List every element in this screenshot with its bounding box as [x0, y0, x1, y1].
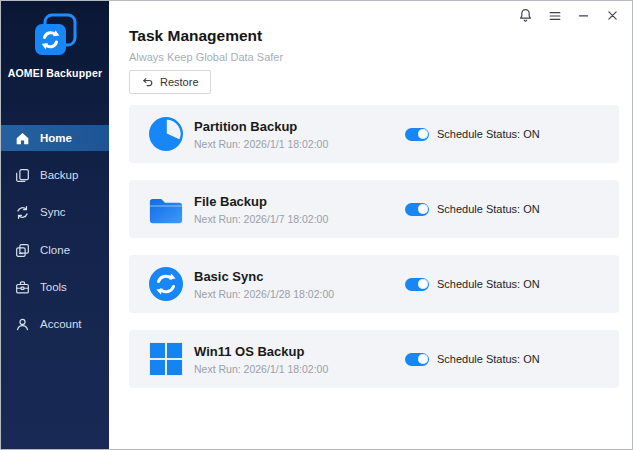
schedule-toggle[interactable] [405, 278, 429, 291]
schedule-toggle[interactable] [405, 128, 429, 141]
sidebar-item-label: Tools [40, 281, 67, 293]
windows-grid-icon [147, 340, 185, 378]
task-schedule: Schedule Status: ON [405, 128, 540, 141]
titlebar-controls [517, 7, 621, 24]
task-next-run: Next Run: 2026/1/1 18:02:00 [194, 363, 328, 375]
sidebar-item-backup[interactable]: Backup [1, 162, 109, 188]
page-title: Task Management [129, 27, 262, 45]
sync-icon [15, 205, 30, 220]
close-icon[interactable] [604, 7, 621, 24]
main-content: Task Management Always Keep Global Data … [109, 1, 632, 449]
schedule-status-label: Schedule Status: ON [437, 353, 540, 365]
schedule-status-label: Schedule Status: ON [437, 203, 540, 215]
task-text: Basic Sync Next Run: 2026/1/28 18:02:00 [194, 269, 334, 300]
aomei-sync-logo-icon [31, 13, 79, 63]
backup-icon [15, 168, 30, 183]
bell-icon[interactable] [517, 7, 534, 24]
brand: AOMEI Backupper [1, 13, 109, 79]
restore-arrow-icon [141, 76, 154, 89]
task-name: Partition Backup [194, 119, 328, 134]
task-next-run: Next Run: 2026/1/7 18:02:00 [194, 213, 328, 225]
sidebar-item-account[interactable]: Account [1, 311, 109, 337]
tools-icon [15, 280, 30, 295]
sidebar-item-label: Account [40, 318, 82, 330]
restore-button-label: Restore [160, 76, 199, 88]
toggle-knob [418, 279, 428, 289]
task-row-win11-os-backup[interactable]: Win11 OS Backup Next Run: 2026/1/1 18:02… [129, 330, 619, 388]
task-name: Basic Sync [194, 269, 334, 284]
sidebar-item-label: Sync [40, 206, 66, 218]
sidebar-item-label: Clone [40, 244, 70, 256]
task-row-partition-backup[interactable]: Partition Backup Next Run: 2026/1/1 18:0… [129, 105, 619, 163]
minimize-icon[interactable] [575, 7, 592, 24]
sidebar-item-clone[interactable]: Clone [1, 237, 109, 263]
page-subtitle: Always Keep Global Data Safer [129, 51, 283, 63]
partition-pie-icon [147, 115, 185, 153]
sidebar-item-home[interactable]: Home [1, 125, 109, 151]
clone-icon [15, 243, 30, 258]
task-schedule: Schedule Status: ON [405, 353, 540, 366]
sync-circle-icon [147, 265, 185, 303]
task-name: File Backup [194, 194, 328, 209]
schedule-status-label: Schedule Status: ON [437, 128, 540, 140]
sidebar-item-label: Backup [40, 169, 78, 181]
toggle-knob [418, 204, 428, 214]
folder-icon [147, 190, 185, 228]
account-icon [15, 317, 30, 332]
menu-icon[interactable] [546, 7, 563, 24]
app-window: AOMEI Backupper Home Backup [0, 0, 633, 450]
task-text: Win11 OS Backup Next Run: 2026/1/1 18:02… [194, 344, 328, 375]
sidebar-item-sync[interactable]: Sync [1, 199, 109, 225]
sidebar-item-tools[interactable]: Tools [1, 274, 109, 300]
task-text: Partition Backup Next Run: 2026/1/1 18:0… [194, 119, 328, 150]
schedule-toggle[interactable] [405, 203, 429, 216]
task-schedule: Schedule Status: ON [405, 203, 540, 216]
sidebar-item-label: Home [40, 132, 72, 144]
task-next-run: Next Run: 2026/1/28 18:02:00 [194, 288, 334, 300]
home-icon [15, 131, 30, 146]
toggle-knob [418, 129, 428, 139]
sidebar: AOMEI Backupper Home Backup [1, 1, 109, 450]
brand-name: AOMEI Backupper [1, 67, 109, 79]
task-text: File Backup Next Run: 2026/1/7 18:02:00 [194, 194, 328, 225]
task-name: Win11 OS Backup [194, 344, 328, 359]
task-next-run: Next Run: 2026/1/1 18:02:00 [194, 138, 328, 150]
schedule-status-label: Schedule Status: ON [437, 278, 540, 290]
task-row-file-backup[interactable]: File Backup Next Run: 2026/1/7 18:02:00 … [129, 180, 619, 238]
task-schedule: Schedule Status: ON [405, 278, 540, 291]
schedule-toggle[interactable] [405, 353, 429, 366]
toggle-knob [418, 354, 428, 364]
task-row-basic-sync[interactable]: Basic Sync Next Run: 2026/1/28 18:02:00 … [129, 255, 619, 313]
restore-button[interactable]: Restore [129, 70, 211, 94]
